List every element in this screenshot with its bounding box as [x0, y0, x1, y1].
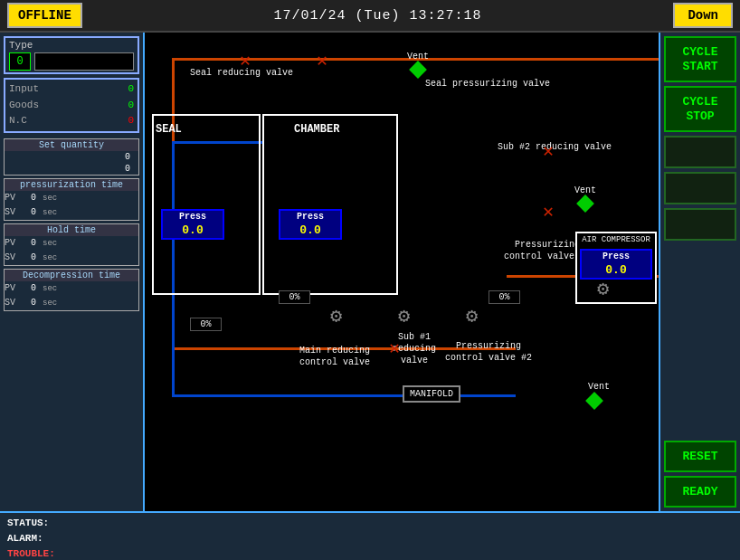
sub2-reducing-label: Sub #2 reducing valve	[498, 141, 612, 153]
cycle-stop-button[interactable]: CYCLE STOP	[664, 86, 736, 132]
press-pv-label: PV	[5, 191, 24, 205]
trouble-label: TROUBLE:	[7, 548, 71, 559]
press-pv-row: PV 0 sec	[5, 191, 138, 205]
set-qty-val2[interactable]: 0	[120, 164, 135, 174]
hold-pv-unit: sec	[43, 237, 57, 250]
seal-reducing-valve-icon: ✕	[240, 49, 251, 71]
seal-valve-icon2: ✕	[317, 49, 327, 71]
nc-row: N.C 0	[9, 113, 134, 129]
decomp-pv-row: PV 0 sec	[5, 281, 138, 296]
press-display-air[interactable]: Press 0.0	[580, 249, 652, 280]
press-air-value: 0.0	[582, 262, 650, 278]
reset-button[interactable]: RESET	[664, 441, 736, 472]
datetime-display: 17/01/24 (Tue) 13:27:18	[90, 8, 667, 24]
decomp-time-block: Decompression time PV 0 sec SV 0 sec	[4, 269, 139, 311]
sub1-reducing-valve-gear: ⚙	[398, 304, 410, 328]
press-sv-label: SV	[5, 205, 24, 220]
press-pv-unit: sec	[43, 192, 57, 204]
decomp-sv-unit: sec	[43, 297, 57, 309]
decomp-pv-val[interactable]: 0	[26, 281, 41, 296]
main-reducing-valve-gear: ⚙	[330, 304, 342, 328]
air-compressor-box: AIR COMPRESSOR Press 0.0	[575, 232, 657, 304]
ready-button[interactable]: READY	[664, 476, 736, 508]
set-qty-val2-row: 0	[5, 163, 138, 175]
status-label: STATUS:	[7, 517, 71, 528]
goods-row: Goods 0	[9, 98, 134, 114]
nc-label: N.C	[9, 113, 27, 129]
type-input-row: 0	[9, 52, 134, 71]
set-quantity-title: Set quantity	[5, 139, 138, 151]
press-chamber-value: 0.0	[280, 223, 340, 238]
set-quantity-block: Set quantity 0 0	[4, 138, 139, 176]
decomp-time-title: Decompression time	[5, 270, 138, 281]
hold-pv-val[interactable]: 0	[26, 236, 41, 251]
decomp-sv-row: SV 0 sec	[5, 296, 138, 310]
manifold-box: MANIFOLD	[403, 385, 460, 403]
press-sv-row: SV 0 sec	[5, 205, 138, 220]
decomp-pv-label: PV	[5, 281, 24, 296]
seal-press-valve-label: Seal pressurizing valve	[425, 78, 550, 90]
alarm-label: ALARM:	[7, 533, 71, 544]
input-label: Input	[9, 81, 39, 98]
type-section: Type 0	[4, 36, 139, 74]
vent1-diamond	[409, 61, 427, 79]
sub2-valve-icon: ✕	[543, 139, 554, 162]
percent-display-3: 0%	[190, 318, 222, 331]
hold-sv-val[interactable]: 0	[26, 251, 41, 265]
decomp-sv-val[interactable]: 0	[26, 296, 41, 310]
hold-pv-label: PV	[5, 236, 24, 251]
decomp-sv-label: SV	[5, 296, 24, 310]
status-row: STATUS:	[7, 515, 733, 530]
press-sv-val[interactable]: 0	[26, 205, 41, 220]
status-bar: STATUS: ALARM: TROUBLE:	[0, 511, 740, 560]
set-qty-val1-row: 0	[5, 151, 138, 163]
main-layout: Type 0 Input 0 Goods 0 N.C 0 Set	[0, 33, 740, 511]
hold-sv-label: SV	[5, 251, 24, 265]
main-reducing-label: Main reducing control valve	[299, 345, 371, 368]
hold-time-title: Hold time	[5, 224, 138, 236]
press-pv-val[interactable]: 0	[26, 191, 41, 205]
unused-btn-1	[664, 136, 736, 168]
press-time-block: pressurization time PV 0 sec SV 0 sec	[4, 178, 139, 221]
input-val: 0	[128, 81, 134, 98]
type-value[interactable]: 0	[9, 52, 31, 71]
seal-title: SEAL	[156, 123, 182, 136]
cycle-start-button[interactable]: CYCLE START	[664, 36, 736, 82]
input-row: Input 0	[9, 81, 134, 98]
goods-val: 0	[128, 98, 134, 114]
trouble-row: TROUBLE:	[7, 546, 733, 560]
press-time-title: pressurization time	[5, 179, 138, 191]
ctrl-section: Set quantity 0 0 pressurization time PV …	[4, 138, 139, 509]
hold-time-block: Hold time PV 0 sec SV 0 sec	[4, 223, 139, 266]
press-ctrl-valve2-label: Pressurizing control valve #2	[443, 340, 534, 364]
press-seal-label: Press	[163, 211, 223, 223]
vent3-diamond	[585, 392, 603, 410]
left-panel: Type 0 Input 0 Goods 0 N.C 0 Set	[0, 33, 145, 511]
chamber-box	[262, 114, 398, 295]
type-label: Type	[9, 40, 134, 51]
nc-val: 0	[128, 113, 134, 129]
press-display-chamber[interactable]: Press 0.0	[279, 209, 342, 240]
down-badge: Down	[673, 3, 733, 28]
press-air-label: Press	[582, 251, 650, 262]
chamber-title: CHAMBER	[294, 123, 339, 136]
press-ctrl-valve1-gear: ⚙	[597, 277, 609, 301]
hold-pv-row: PV 0 sec	[5, 236, 138, 251]
pipe-blue-bottom	[172, 394, 516, 397]
press-display-seal[interactable]: Press 0.0	[161, 209, 224, 240]
unused-btn-2	[664, 172, 736, 204]
press-ctrl-valve2-gear: ⚙	[466, 304, 478, 328]
top-bar: OFFLINE 17/01/24 (Tue) 13:27:18 Down	[0, 0, 740, 33]
type-text-field[interactable]	[34, 52, 134, 71]
press-sv-unit: sec	[43, 206, 57, 219]
sub1-valve-icon: ✕	[389, 337, 400, 359]
center-diagram: SEAL CHAMBER Press 0.0 Press 0.0 Seal re…	[145, 33, 659, 511]
decomp-pv-unit: sec	[43, 282, 57, 295]
ign-section: Input 0 Goods 0 N.C 0	[4, 78, 139, 133]
vent3-label: Vent	[588, 381, 610, 393]
unused-btn-3	[664, 208, 736, 241]
vent2-valve-icon: ✕	[543, 200, 554, 223]
set-qty-val1[interactable]: 0	[120, 152, 135, 162]
press-seal-value: 0.0	[163, 223, 223, 238]
seal-box	[152, 114, 261, 295]
